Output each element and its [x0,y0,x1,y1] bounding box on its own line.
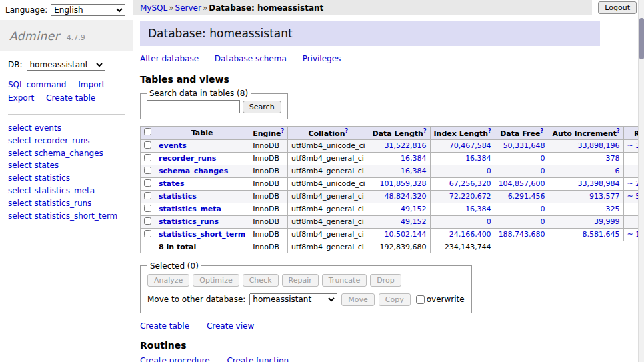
sidebar-table-select-statistics-meta[interactable]: select statistics_meta [8,185,125,197]
cell-collation: utf8mb4_general_ci [288,215,369,228]
table-link-statistics-runs[interactable]: statistics_runs [159,217,219,226]
cell-auto-increment[interactable]: 33,898,196 [549,139,623,152]
row-checkbox-states[interactable] [144,179,151,187]
row-checkbox-schema-changes[interactable] [144,167,151,174]
row-checkbox-statistics-runs[interactable] [144,217,151,225]
sidebar-actions: SQL command Import Export Create table [8,79,125,115]
cell-data-length[interactable]: 49,152 [369,203,430,215]
cell-index-length[interactable]: 70,467,584 [430,139,495,152]
top-bar: MySQL»Server»Database: homeassistant Log… [133,0,644,15]
link-create-view[interactable]: Create view [207,321,254,331]
breadcrumb-server-link[interactable]: Server [175,3,201,13]
cell-data-free[interactable]: 104,857,600 [495,177,549,190]
search-input[interactable] [147,100,240,113]
cell-auto-increment[interactable]: 325 [549,203,623,215]
table-row-statistics-runs: statistics_runsInnoDButf8mb4_general_ci4… [141,215,644,228]
help-icon[interactable]: ? [423,128,427,134]
cell-data-free[interactable]: 0 [495,203,549,215]
cell-index-length[interactable]: 24,166,400 [430,228,495,241]
breadcrumb-mysql-link[interactable]: MySQL [140,3,167,13]
search-fieldset: Search data in tables (8) Search [140,89,288,119]
overwrite-checkbox[interactable] [416,295,425,304]
row-checkbox-statistics[interactable] [144,192,151,199]
cell-data-length[interactable]: 16,384 [369,152,430,165]
tables-list: TableEngine?Collation?Data Length?Index … [140,126,644,253]
sidebar-table-select-states[interactable]: select states [8,159,125,172]
cell-data-free[interactable]: 188,743,680 [495,228,549,241]
help-icon[interactable]: ? [488,128,491,134]
move-database-select[interactable]: homeassistant [249,293,337,305]
row-checkbox-statistics-short-term[interactable] [144,230,151,237]
sidebar-table-select-statistics-runs[interactable]: select statistics_runs [8,197,125,210]
cell-auto-increment[interactable]: 913,577 [549,190,623,203]
cell-data-length[interactable]: 101,859,328 [369,177,430,190]
cell-index-length[interactable]: 0 [430,165,495,177]
sidebar-table-select-statistics-short-term[interactable]: select statistics_short_term [8,210,125,223]
vertical-scrollbar[interactable] [638,0,644,362]
sidebar-table-select-statistics[interactable]: select statistics [8,172,125,185]
table-link-statistics-meta[interactable]: statistics_meta [159,205,221,213]
cell-data-length[interactable]: 31,522,816 [369,139,430,152]
select-all-checkbox[interactable] [144,128,151,135]
cell-collation: utf8mb4_general_ci [288,190,369,203]
help-icon[interactable]: ? [617,128,620,134]
cell-data-free[interactable]: 0 [495,165,549,177]
db-action-alter-database[interactable]: Alter database [140,54,199,63]
cell-data-length[interactable]: 48,824,320 [369,190,430,203]
link-create-table[interactable]: Create table [140,321,189,331]
logout-button[interactable]: Logout [598,1,637,14]
sidebar: Language: English Adminer 4.7.9 DB: home… [0,0,133,362]
cell-auto-increment[interactable]: 33,398,984 [549,177,623,190]
sidebar-table-select-recorder-runs[interactable]: select recorder_runs [8,135,125,147]
table-link-events[interactable]: events [159,141,187,150]
cell-data-free[interactable]: 6,291,456 [495,190,549,203]
sidebar-link-export[interactable]: Export [8,93,34,103]
link-create-procedure[interactable]: Create procedure [140,356,210,362]
cell-data-length[interactable]: 49,152 [369,215,430,228]
table-row-states: statesInnoDButf8mb4_unicode_ci101,859,32… [141,177,644,190]
sidebar-link-create-table[interactable]: Create table [46,93,95,103]
cell-index-length[interactable]: 0 [430,215,495,228]
cell-auto-increment[interactable]: 39,999 [549,215,623,228]
search-button[interactable]: Search [243,101,281,113]
table-link-statistics-short-term[interactable]: statistics_short_term [159,230,245,239]
db-action-database-schema[interactable]: Database schema [215,54,287,63]
help-icon[interactable]: ? [281,128,284,134]
sidebar-table-select-events[interactable]: select events [8,122,125,135]
db-action-privileges[interactable]: Privileges [303,54,341,63]
repair-button: Repair [282,274,319,287]
row-checkbox-events[interactable] [144,141,151,149]
cell-index-length[interactable]: 16,384 [430,152,495,165]
table-link-schema-changes[interactable]: schema_changes [159,167,228,175]
db-select[interactable]: homeassistant [27,59,105,71]
column-header-auto-increment: Auto Increment? [549,127,623,140]
help-icon[interactable]: ? [345,128,348,134]
sidebar-link-import[interactable]: Import [78,80,105,89]
cell-data-length[interactable]: 10,502,144 [369,228,430,241]
move-button: Move [341,293,375,306]
table-link-statistics[interactable]: statistics [159,192,197,201]
cell-auto-increment[interactable]: 6 [549,165,623,177]
row-checkbox-statistics-meta[interactable] [144,205,151,212]
total-label: 8 in total [155,241,249,253]
cell-auto-increment[interactable]: 378 [549,152,623,165]
cell-data-length[interactable]: 16,384 [369,165,430,177]
table-link-states[interactable]: states [159,179,185,188]
breadcrumb-current: Database: homeassistant [209,3,323,13]
row-checkbox-recorder-runs[interactable] [144,154,151,161]
language-select[interactable]: English [51,4,125,16]
cell-index-length[interactable]: 72,220,672 [430,190,495,203]
cell-data-free[interactable]: 50,331,648 [495,139,549,152]
cell-index-length[interactable]: 67,256,320 [430,177,495,190]
cell-index-length[interactable]: 16,384 [430,203,495,215]
sidebar-table-select-schema-changes[interactable]: select schema_changes [8,147,125,160]
scrollbar-thumb[interactable] [639,18,644,59]
sidebar-link-sql-command[interactable]: SQL command [8,80,66,89]
overwrite-label: overwrite [427,295,465,304]
cell-data-free[interactable]: 0 [495,152,549,165]
table-link-recorder-runs[interactable]: recorder_runs [159,154,216,163]
cell-auto-increment[interactable]: 8,581,645 [549,228,623,241]
help-icon[interactable]: ? [540,128,543,134]
cell-data-free[interactable]: 0 [495,215,549,228]
link-create-function[interactable]: Create function [227,356,289,362]
